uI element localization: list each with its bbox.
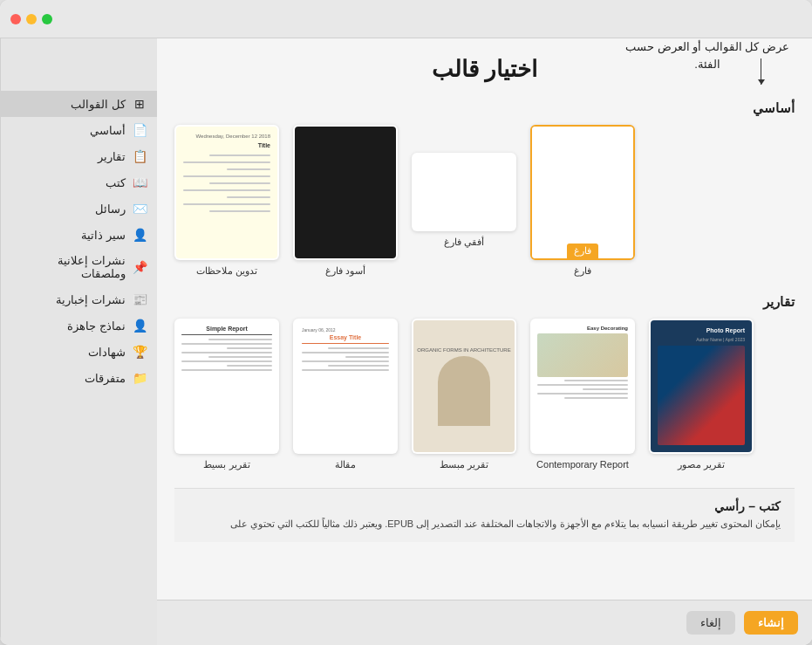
template-contemporary[interactable]: Easy Decorating Contemporary Report — [530, 319, 635, 470]
template-dark-blank[interactable]: أسود فارغ — [293, 125, 398, 277]
sidebar-item-reports[interactable]: 📋 تقارير — [1, 143, 157, 169]
sidebar-label-basic: أساسي — [90, 124, 126, 137]
sidebar: ⊞ كل القوالب 📄 أساسي 📋 تقارير 📖 كتب ✉️ ر… — [0, 38, 157, 645]
template-thumb-organic[interactable]: ORGANIC FORMS IN ARCHITECTURE — [412, 319, 516, 454]
books-icon: 📖 — [133, 175, 147, 189]
section-basic-header: أساسي — [174, 100, 795, 116]
template-thumb-landscape[interactable] — [412, 153, 516, 231]
template-label-organic: تقرير مبسط — [440, 459, 488, 470]
flyers-icon: 📌 — [133, 260, 147, 274]
template-label-contemporary: Contemporary Report — [536, 459, 629, 470]
sidebar-item-certificates[interactable]: 🏆 شهادات — [1, 339, 157, 365]
sidebar-item-ready[interactable]: 👤 نماذج جاهزة — [1, 312, 157, 339]
cancel-button[interactable]: إلغاء — [686, 611, 735, 635]
template-blank[interactable]: فارغ فارغ — [530, 125, 635, 277]
template-label-simple: تقرير بسيط — [203, 459, 249, 470]
sidebar-label-ready: نماذج جاهزة — [67, 319, 126, 333]
sidebar-label-biography: سير ذاتية — [81, 229, 126, 242]
sidebar-item-books[interactable]: 📖 كتب — [1, 169, 157, 196]
ready-icon: 👤 — [133, 319, 147, 333]
sidebar-label-books: كتب — [106, 176, 126, 189]
template-thumb-contemporary[interactable]: Easy Decorating — [530, 319, 635, 454]
template-label-dark: أسود فارغ — [325, 265, 365, 277]
sidebar-item-basic[interactable]: 📄 أساسي — [1, 117, 157, 143]
maximize-button[interactable] — [42, 14, 52, 24]
section-reports-header: تقارير — [174, 294, 795, 310]
newsletters-icon: 📰 — [133, 292, 147, 306]
misc-icon: 📁 — [133, 371, 147, 385]
sidebar-label-reports: تقارير — [98, 150, 126, 163]
sidebar-label-newsletters: نشرات إخبارية — [56, 293, 126, 306]
template-thumb-simple[interactable]: Simple Report — [174, 319, 279, 454]
sidebar-label-letters: رسائل — [95, 202, 126, 216]
template-thumb-notes[interactable]: Wednesday, December 12 2018 Title — [174, 125, 279, 260]
template-thumb-blank[interactable]: فارغ — [530, 125, 635, 260]
template-label-notes: تدوين ملاحظات — [196, 265, 257, 277]
template-label-landscape: أفقي فارغ — [444, 237, 484, 248]
template-photo-report[interactable]: Photo Report Author Name | April 2023 تق… — [649, 319, 754, 470]
sidebar-label-certificates: شهادات — [88, 346, 126, 359]
template-thumb-photo[interactable]: Photo Report Author Name | April 2023 — [649, 319, 754, 454]
book-section-title: كتب – رأسي — [188, 499, 781, 513]
grid-icon: ⊞ — [133, 97, 147, 111]
reports-templates-grid: Photo Report Author Name | April 2023 تق… — [174, 319, 795, 470]
blank-badge: فارغ — [567, 244, 598, 258]
book-section: كتب – رأسي يإمكان المحتوى تغيير طريقة ان… — [174, 488, 795, 542]
bottom-bar: إنشاء إلغاء — [157, 600, 812, 645]
sidebar-label-misc: متفرقات — [85, 372, 126, 385]
sidebar-item-letters[interactable]: ✉️ رسائل — [1, 196, 157, 222]
sidebar-label-flyers: نشرات إعلانية وملصقات — [11, 254, 126, 280]
doc-icon: 📄 — [133, 123, 147, 137]
close-button[interactable] — [10, 14, 21, 24]
template-label-photo: تقرير مصور — [678, 459, 725, 470]
sidebar-item-all[interactable]: ⊞ كل القوالب — [1, 91, 157, 117]
sidebar-item-misc[interactable]: 📁 متفرقات — [1, 365, 157, 391]
sidebar-label-all: كل القوالب — [71, 98, 126, 111]
template-thumb-dark[interactable] — [293, 125, 398, 260]
template-essay[interactable]: January 06, 2012 Essay Title — [293, 319, 398, 470]
template-simple-report[interactable]: Simple Report — [174, 319, 279, 470]
templates-scroll[interactable]: أساسي فارغ فارغ — [157, 92, 812, 600]
template-thumb-essay[interactable]: January 06, 2012 Essay Title — [293, 319, 398, 454]
cert-icon: 🏆 — [133, 345, 147, 359]
template-label-essay: مقالة — [335, 459, 356, 470]
titlebar — [0, 0, 812, 38]
letters-icon: ✉️ — [133, 202, 147, 216]
sidebar-item-flyers[interactable]: 📌 نشرات إعلانية وملصقات — [1, 248, 157, 286]
book-section-desc: يإمكان المحتوى تغيير طريقة انسيابه بما ي… — [188, 517, 781, 532]
template-landscape-blank[interactable]: أفقي فارغ — [412, 125, 516, 277]
sidebar-item-biography[interactable]: 👤 سير ذاتية — [1, 222, 157, 248]
template-label-blank: فارغ — [574, 265, 591, 277]
basic-templates-grid: فارغ فارغ أفقي فارغ — [174, 125, 795, 277]
create-button[interactable]: إنشاء — [744, 611, 798, 635]
page-title: اختيار قالب — [157, 38, 812, 92]
template-notes[interactable]: Wednesday, December 12 2018 Title — [174, 125, 279, 277]
template-organic[interactable]: ORGANIC FORMS IN ARCHITECTURE تقرير مبسط — [412, 319, 516, 470]
sidebar-item-newsletters[interactable]: 📰 نشرات إخبارية — [1, 286, 157, 312]
content-area: اختيار قالب أساسي فارغ فارغ — [157, 38, 812, 645]
minimize-button[interactable] — [26, 14, 37, 24]
traffic-lights — [10, 14, 52, 24]
reports-icon: 📋 — [133, 149, 147, 163]
bio-icon: 👤 — [133, 228, 147, 242]
